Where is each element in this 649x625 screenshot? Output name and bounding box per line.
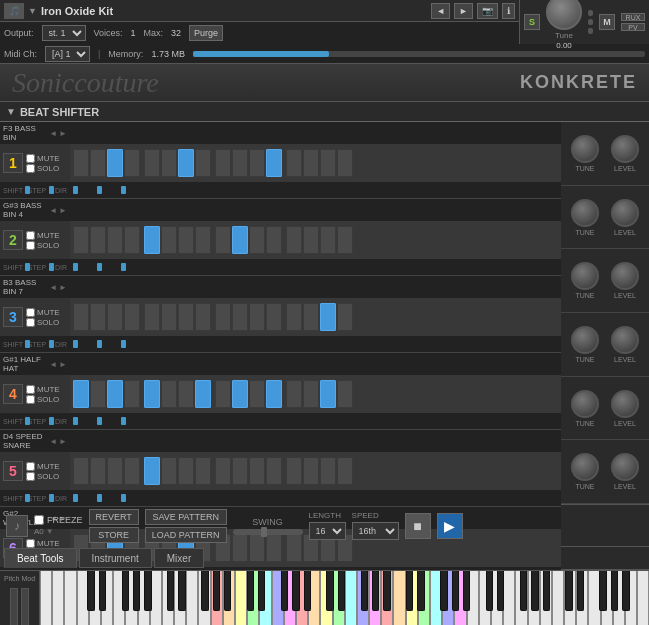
white-key-E2[interactable]: [235, 571, 247, 625]
track-nav-left-5[interactable]: ◄: [49, 437, 57, 446]
step-3-track-3[interactable]: [124, 303, 140, 331]
track-nav-right-2[interactable]: ►: [59, 206, 67, 215]
track-nav-right-4[interactable]: ►: [59, 360, 67, 369]
step-13-track-3[interactable]: [303, 303, 319, 331]
black-key-C0[interactable]: [87, 571, 94, 611]
step-14-track-1[interactable]: [320, 149, 336, 177]
step-15-track-3[interactable]: [337, 303, 353, 331]
level-knob-1[interactable]: [611, 135, 639, 163]
output-select[interactable]: st. 1: [42, 25, 86, 41]
step-5-track-5[interactable]: [161, 457, 177, 485]
step-3-track-4[interactable]: [124, 380, 140, 408]
pitch-slider-right[interactable]: [21, 588, 29, 625]
level-knob-2[interactable]: [611, 199, 639, 227]
track-nav-right-1[interactable]: ►: [59, 129, 67, 138]
step-12-track-5[interactable]: [286, 457, 302, 485]
step-13-track-2[interactable]: [303, 226, 319, 254]
solo-checkbox-4[interactable]: [26, 395, 35, 404]
store-btn[interactable]: STORE: [89, 527, 139, 543]
black-key-C5[interactable]: [486, 571, 493, 611]
black-key-G3[interactable]: [372, 571, 379, 611]
step-1-track-5[interactable]: [90, 457, 106, 485]
step-6-track-3[interactable]: [178, 303, 194, 331]
black-key-A4[interactable]: [463, 571, 470, 611]
level-knob-4[interactable]: [611, 326, 639, 354]
midi-select[interactable]: [A] 1: [45, 46, 90, 62]
level-knob-3[interactable]: [611, 262, 639, 290]
step-0-track-4[interactable]: [73, 380, 89, 408]
mute-checkbox-3[interactable]: [26, 308, 35, 317]
black-key-D0[interactable]: [99, 571, 106, 611]
step-12-track-4[interactable]: [286, 380, 302, 408]
black-key-G0[interactable]: [133, 571, 140, 611]
step-5-track-1[interactable]: [161, 149, 177, 177]
step-11-track-2[interactable]: [266, 226, 282, 254]
solo-checkbox-2[interactable]: [26, 241, 35, 250]
step-6-track-2[interactable]: [178, 226, 194, 254]
step-4-track-1[interactable]: [144, 149, 160, 177]
step-2-track-3[interactable]: [107, 303, 123, 331]
tune-knob-6[interactable]: [571, 453, 599, 481]
tune-knob-1[interactable]: [571, 135, 599, 163]
step-9-track-3[interactable]: [232, 303, 248, 331]
nav-left-btn[interactable]: ◄: [431, 3, 450, 19]
black-key-G1[interactable]: [213, 571, 220, 611]
track-nav-left-1[interactable]: ◄: [49, 129, 57, 138]
revert-btn[interactable]: REVERT: [89, 509, 139, 525]
step-7-track-2[interactable]: [195, 226, 211, 254]
track-nav-left-4[interactable]: ◄: [49, 360, 57, 369]
black-key-D4[interactable]: [417, 571, 424, 611]
tune-knob-5[interactable]: [571, 390, 599, 418]
step-7-track-1[interactable]: [195, 149, 211, 177]
step-11-track-6[interactable]: [266, 534, 282, 562]
tune-slider-1[interactable]: [588, 10, 593, 16]
black-key-F3[interactable]: [361, 571, 368, 611]
length-select[interactable]: 16832: [309, 522, 346, 540]
black-key-D6[interactable]: [577, 571, 584, 611]
black-key-G4[interactable]: [452, 571, 459, 611]
black-key-A3[interactable]: [383, 571, 390, 611]
step-3-track-1[interactable]: [124, 149, 140, 177]
white-key-final-C[interactable]: [637, 571, 649, 625]
info-btn[interactable]: ℹ: [502, 3, 515, 19]
black-key-F5[interactable]: [520, 571, 527, 611]
step-6-track-1[interactable]: [178, 149, 194, 177]
step-15-track-2[interactable]: [337, 226, 353, 254]
step-2-track-2[interactable]: [107, 226, 123, 254]
tune-slider-3[interactable]: [588, 28, 593, 34]
track-nav-left-3[interactable]: ◄: [49, 283, 57, 292]
black-key-D2[interactable]: [258, 571, 265, 611]
step-14-track-2[interactable]: [320, 226, 336, 254]
white-key-F5[interactable]: [503, 571, 515, 625]
white-key-D0[interactable]: [52, 571, 64, 625]
s-button[interactable]: S: [524, 14, 540, 30]
step-2-track-5[interactable]: [107, 457, 123, 485]
black-key-F6[interactable]: [599, 571, 606, 611]
step-8-track-5[interactable]: [215, 457, 231, 485]
step-15-track-4[interactable]: [337, 380, 353, 408]
step-1-track-3[interactable]: [90, 303, 106, 331]
step-9-track-4[interactable]: [232, 380, 248, 408]
step-5-track-4[interactable]: [161, 380, 177, 408]
step-10-track-5[interactable]: [249, 457, 265, 485]
mute-checkbox-2[interactable]: [26, 231, 35, 240]
step-7-track-3[interactable]: [195, 303, 211, 331]
step-9-track-6[interactable]: [232, 534, 248, 562]
white-key-C0[interactable]: [40, 571, 52, 625]
step-10-track-3[interactable]: [249, 303, 265, 331]
step-4-track-4[interactable]: [144, 380, 160, 408]
swing-slider[interactable]: [233, 529, 303, 535]
step-4-track-3[interactable]: [144, 303, 160, 331]
black-key-A2[interactable]: [304, 571, 311, 611]
step-4-track-5[interactable]: [144, 457, 160, 485]
black-key-A6[interactable]: [622, 571, 629, 611]
step-0-track-5[interactable]: [73, 457, 89, 485]
step-0-track-2[interactable]: [73, 226, 89, 254]
step-6-track-5[interactable]: [178, 457, 194, 485]
step-8-track-1[interactable]: [215, 149, 231, 177]
mute-checkbox-6[interactable]: [26, 539, 35, 548]
step-4-track-2[interactable]: [144, 226, 160, 254]
black-key-A1[interactable]: [224, 571, 231, 611]
step-8-track-2[interactable]: [215, 226, 231, 254]
step-0-track-3[interactable]: [73, 303, 89, 331]
